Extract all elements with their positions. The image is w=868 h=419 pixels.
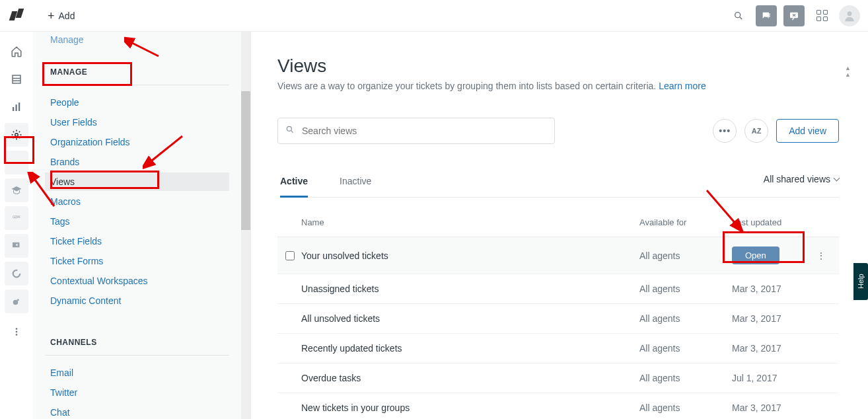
add-label: Add [59, 11, 75, 21]
svg-point-15 [17, 299, 19, 301]
top-bar: + Add [0, 0, 868, 32]
apps-icon [816, 10, 828, 21]
svg-line-20 [291, 131, 293, 133]
plus-icon: + [48, 10, 55, 22]
search-icon [285, 125, 295, 137]
sort-az-icon: AZ [752, 127, 762, 135]
sidebar-item-macros[interactable]: Macros [45, 192, 229, 211]
svg-point-19 [287, 126, 291, 131]
conversations-button[interactable] [756, 5, 777, 26]
sidebar-item-ticket-forms[interactable]: Ticket Forms [45, 252, 229, 270]
col-available-for: Available for [639, 217, 732, 227]
toolbar: ••• AZ Add view [277, 118, 839, 144]
speech-x-icon [789, 11, 799, 21]
rail-reporting[interactable] [5, 95, 28, 119]
rail-home[interactable] [5, 40, 28, 63]
table-header: Name Available for Last updated [277, 217, 839, 237]
table-row[interactable]: Recently updated ticketsAll agentsMar 3,… [277, 334, 839, 363]
sidebar-item-brands[interactable]: Brands [45, 153, 229, 171]
sidebar-item-twitter[interactable]: Twitter [45, 383, 229, 402]
open-button[interactable]: Open [732, 247, 779, 264]
row-last-updated: Mar 3, 2017 [732, 313, 811, 324]
row-name: Overdue tasks [301, 373, 639, 383]
sidebar-item-user-fields[interactable]: User Fields [45, 113, 229, 132]
graduation-icon [11, 184, 22, 196]
logo-icon [9, 9, 24, 23]
rail-item-5[interactable] [5, 151, 28, 174]
flag-icon [11, 240, 22, 252]
add-tab-button[interactable]: + Add [48, 10, 75, 22]
search-wrap [277, 118, 555, 144]
row-last-updated: Mar 3, 2017 [732, 284, 811, 294]
table-row[interactable]: Overdue tasksAll agentsJul 1, 2017 [277, 363, 839, 393]
help-tab[interactable]: Help [853, 263, 868, 300]
sidebar-item-ticket-fields[interactable]: Ticket Fields [45, 232, 229, 250]
rail-more[interactable] [5, 320, 28, 344]
row-available-for: All agents [639, 343, 732, 354]
user-avatar[interactable] [839, 5, 860, 26]
row-available-for: All agents [639, 284, 732, 294]
channels-list: Email Twitter Chat Facebook [45, 363, 229, 419]
svg-rect-9 [18, 102, 20, 111]
sidebar-item-manage-prev[interactable]: Manage [50, 34, 229, 45]
learn-more-link[interactable]: Learn more [659, 81, 706, 91]
apps-button[interactable] [811, 5, 832, 26]
row-name: New tickets in your groups [301, 402, 639, 413]
search-button[interactable] [728, 5, 749, 26]
bar-chart-icon [11, 101, 22, 113]
page-title: Views [277, 56, 839, 77]
svg-point-13 [13, 270, 20, 278]
sidebar-item-organization-fields[interactable]: Organization Fields [45, 133, 229, 151]
table-row[interactable]: Your unsolved ticketsAll agentsOpen⋮ [277, 237, 839, 274]
notifications-button[interactable] [783, 5, 805, 26]
sidebar-item-views[interactable]: Views [45, 172, 229, 191]
sidebar-item-dynamic-content[interactable]: Dynamic Content [45, 291, 229, 310]
rail-admin[interactable] [5, 123, 28, 147]
svg-point-3 [848, 11, 852, 16]
manage-list: People User Fields Organization Fields B… [45, 93, 229, 310]
row-checkbox-wrap [285, 251, 301, 260]
add-view-button[interactable]: Add view [776, 119, 839, 143]
sidebar-item-chat[interactable]: Chat [45, 403, 229, 419]
table-row[interactable]: New tickets in your groupsAll agentsMar … [277, 393, 839, 419]
home-icon [11, 46, 22, 57]
chat-icon [761, 11, 772, 21]
row-available-for: All agents [639, 250, 732, 261]
row-last-updated: Mar 3, 2017 [732, 343, 811, 354]
search-input[interactable] [277, 118, 555, 144]
sidebar-item-people[interactable]: People [45, 93, 229, 112]
table-body: Your unsolved ticketsAll agentsOpen⋮Unas… [277, 237, 839, 419]
col-name: Name [301, 217, 639, 227]
table-row[interactable]: Unassigned ticketsAll agentsMar 3, 2017 [277, 274, 839, 304]
table-row[interactable]: All unsolved ticketsAll agentsMar 3, 201… [277, 304, 839, 334]
sidebar-item-tags[interactable]: Tags [45, 212, 229, 231]
sidebar-item-contextual-workspaces[interactable]: Contextual Workspaces [45, 272, 229, 290]
text-icon: ᴳᴼᴾᴱ [13, 215, 21, 221]
right-scroll-strip [853, 32, 868, 419]
circle-notch-icon [11, 268, 22, 280]
rail-views[interactable] [5, 67, 28, 91]
rail-item-9[interactable] [5, 262, 28, 286]
rail-item-7[interactable]: ᴳᴼᴾᴱ [5, 206, 28, 230]
rail-item-6[interactable] [5, 178, 28, 202]
tab-active[interactable]: Active [280, 171, 308, 198]
col-last-updated: Last updated [732, 217, 811, 227]
scrollbar-thumb[interactable] [241, 91, 250, 230]
views-filter-dropdown[interactable]: All shared views [764, 174, 839, 194]
section-heading-channels: CHANNELS [45, 331, 229, 356]
settings-panel: Manage MANAGE People User Fields Organiz… [33, 32, 251, 419]
row-checkbox[interactable] [285, 251, 295, 260]
tab-inactive[interactable]: Inactive [340, 171, 371, 198]
page-description: Views are a way to organize your tickets… [277, 81, 839, 91]
sidebar-item-email[interactable]: Email [45, 363, 229, 382]
row-available-for: All agents [639, 313, 732, 324]
svg-rect-7 [13, 107, 14, 111]
svg-point-0 [735, 12, 741, 17]
rail-item-10[interactable] [5, 289, 28, 313]
more-actions-button[interactable]: ••• [713, 119, 737, 143]
row-actions[interactable]: ⋮ [811, 250, 831, 261]
rail-item-8[interactable] [5, 234, 28, 258]
sort-button[interactable]: AZ [744, 119, 768, 143]
svg-point-18 [16, 334, 18, 336]
svg-line-1 [740, 17, 742, 19]
